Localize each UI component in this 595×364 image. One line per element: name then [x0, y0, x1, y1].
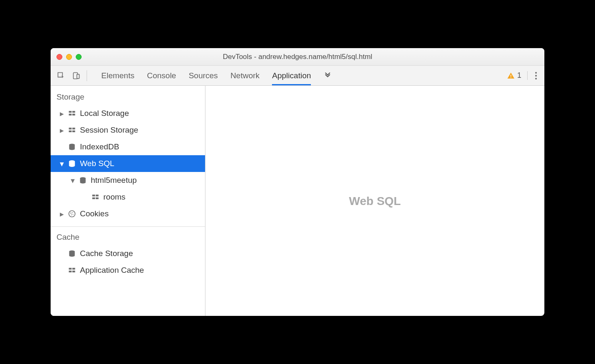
sidebar-item-application-cache[interactable]: Application Cache	[51, 262, 205, 279]
svg-rect-25	[69, 268, 72, 269]
svg-rect-9	[72, 128, 75, 129]
chevron-right-icon: ▸	[60, 209, 64, 219]
table-icon	[67, 126, 77, 135]
sidebar-item-cache-storage[interactable]: Cache Storage	[51, 245, 205, 262]
svg-rect-28	[72, 271, 75, 272]
table-icon	[67, 266, 77, 275]
svg-point-23	[73, 214, 74, 215]
traffic-lights	[56, 54, 82, 60]
warnings-count: 1	[517, 71, 521, 80]
tree-label: Application Cache	[80, 266, 144, 275]
svg-rect-11	[72, 131, 75, 132]
devtools-window: DevTools - andrew.hedges.name/html5/sql.…	[51, 48, 544, 316]
more-tabs-button[interactable]	[323, 66, 332, 85]
application-sidebar: Storage ▸ Local Storage ▸ Session Storag…	[51, 86, 205, 316]
svg-rect-6	[69, 114, 72, 115]
tree-label: Web SQL	[80, 159, 114, 168]
tree-label: Session Storage	[80, 126, 138, 135]
tab-console[interactable]: Console	[147, 66, 176, 85]
chevron-right-icon: ▸	[60, 109, 64, 118]
panel-tabs: Elements Console Sources Network Applica…	[101, 66, 332, 85]
window-title: DevTools - andrew.hedges.name/html5/sql.…	[51, 53, 544, 61]
table-icon	[67, 109, 77, 118]
tree-label: Local Storage	[80, 109, 129, 118]
database-icon	[67, 159, 77, 168]
sidebar-item-session-storage[interactable]: ▸ Session Storage	[51, 122, 205, 138]
inspect-element-icon[interactable]	[56, 71, 66, 80]
svg-rect-15	[92, 195, 95, 196]
device-toggle-icon[interactable]	[72, 71, 81, 80]
svg-point-21	[72, 213, 73, 213]
svg-rect-3	[510, 77, 511, 78]
section-header-cache: Cache	[51, 228, 205, 245]
svg-rect-4	[69, 111, 72, 113]
cookie-icon	[67, 209, 77, 218]
svg-rect-2	[510, 74, 511, 77]
svg-rect-8	[69, 128, 72, 129]
tree-label: Cache Storage	[80, 249, 133, 258]
svg-rect-5	[72, 111, 75, 113]
svg-rect-1	[77, 74, 80, 78]
table-icon	[91, 192, 100, 202]
arrow-spacer	[60, 142, 64, 151]
arrow-spacer	[60, 266, 64, 275]
database-icon	[67, 142, 77, 151]
tab-application[interactable]: Application	[272, 66, 311, 85]
minimize-button[interactable]	[66, 54, 72, 60]
svg-point-22	[71, 214, 72, 215]
chevron-down-icon: ▾	[60, 159, 64, 169]
titlebar: DevTools - andrew.hedges.name/html5/sql.…	[51, 48, 544, 66]
svg-rect-16	[96, 195, 99, 196]
svg-rect-17	[92, 197, 95, 199]
section-header-storage: Storage	[51, 88, 205, 105]
sidebar-item-local-storage[interactable]: ▸ Local Storage	[51, 105, 205, 122]
sidebar-item-web-sql[interactable]: ▾ Web SQL	[51, 155, 205, 172]
svg-rect-26	[72, 268, 75, 269]
tab-elements[interactable]: Elements	[101, 66, 134, 85]
svg-point-20	[70, 213, 72, 214]
sidebar-item-web-sql-database[interactable]: ▾ html5meetup	[51, 172, 205, 189]
sidebar-item-web-sql-table[interactable]: rooms	[51, 189, 205, 205]
chevron-right-icon: ▸	[60, 126, 64, 135]
maximize-button[interactable]	[76, 54, 82, 60]
tab-network[interactable]: Network	[231, 66, 260, 85]
svg-rect-7	[72, 114, 75, 115]
settings-menu-button[interactable]	[533, 70, 539, 81]
chevron-down-icon: ▾	[71, 176, 75, 185]
svg-rect-27	[69, 271, 72, 272]
database-icon	[67, 249, 77, 258]
svg-rect-18	[96, 197, 99, 199]
tree-label: rooms	[103, 192, 126, 202]
arrow-spacer	[60, 249, 64, 258]
tree-label: IndexedDB	[80, 142, 119, 151]
tree-label: html5meetup	[91, 176, 137, 185]
svg-rect-10	[69, 131, 72, 132]
svg-point-19	[69, 211, 75, 217]
warnings-indicator[interactable]: 1	[507, 71, 528, 80]
devtools-toolbar: Elements Console Sources Network Applica…	[51, 66, 544, 86]
sidebar-item-cookies[interactable]: ▸ Cookies	[51, 205, 205, 222]
close-button[interactable]	[56, 54, 62, 60]
database-icon	[78, 176, 87, 185]
main-placeholder-text: Web SQL	[349, 195, 401, 208]
tab-sources[interactable]: Sources	[189, 66, 218, 85]
tree-label: Cookies	[80, 209, 109, 218]
sidebar-item-indexeddb[interactable]: IndexedDB	[51, 138, 205, 155]
main-panel: Web SQL	[205, 86, 544, 316]
